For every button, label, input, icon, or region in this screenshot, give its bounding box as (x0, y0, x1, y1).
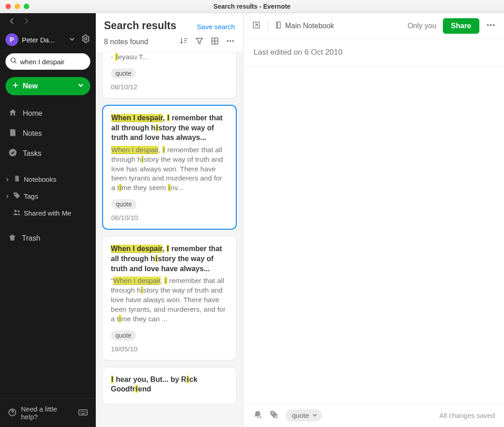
home-icon (8, 108, 17, 119)
notebook-name: Main Notebook (285, 22, 334, 30)
sidebar-item-label: Home (23, 109, 42, 118)
sidebar-item-label: Trash (22, 234, 40, 242)
notes-found-label: 8 notes found (104, 38, 148, 46)
footer-tag-label: quote (292, 412, 309, 419)
new-button-label: New (23, 82, 38, 90)
notebook-chip[interactable]: Main Notebook (274, 21, 334, 31)
svg-point-13 (487, 24, 489, 26)
filter-icon[interactable] (195, 36, 204, 47)
more-icon[interactable] (226, 36, 235, 47)
svg-rect-7 (79, 410, 87, 415)
card-snippet: - Ieyasu T... (111, 52, 228, 62)
traffic-lights (0, 4, 29, 9)
results-list[interactable]: - Ieyasu T... quote 08/10/12 When I desp… (96, 52, 243, 427)
sidebar-item-label: Tasks (23, 149, 42, 158)
card-date: 08/10/12 (111, 83, 228, 91)
sidebar-item-trash[interactable]: Trash (0, 229, 96, 248)
search-input-pill[interactable]: ✕ (5, 53, 90, 70)
last-edited-label: Last edited on 6 Oct 2010 (244, 39, 504, 67)
shared-icon (13, 208, 21, 218)
result-card-selected[interactable]: When I despair, I remember that all thro… (102, 105, 237, 230)
card-tag[interactable]: quote (111, 68, 136, 78)
nav-forward-button[interactable] (24, 17, 29, 26)
new-button[interactable]: New (5, 77, 90, 95)
results-column: Search results Save search 8 notes found (96, 13, 244, 427)
card-tag[interactable]: quote (111, 330, 136, 340)
sidebar-item-home[interactable]: Home (0, 103, 96, 123)
notebooks-icon (13, 175, 21, 184)
svg-point-17 (272, 412, 273, 413)
user-row[interactable]: P Peter Da... (0, 31, 96, 51)
close-window-button[interactable] (5, 4, 11, 9)
svg-point-5 (18, 211, 20, 213)
sort-icon[interactable] (179, 36, 188, 47)
chevron-right-icon (5, 194, 10, 199)
notebook-icon (274, 21, 282, 31)
avatar: P (5, 33, 18, 46)
new-button-chevron-icon (78, 82, 84, 90)
share-button[interactable]: Share (443, 18, 479, 34)
help-row[interactable]: Need a little help? (0, 398, 96, 427)
settings-icon[interactable] (81, 34, 90, 45)
note-pane: Main Notebook Only you Share Last edited… (244, 13, 504, 427)
only-you-label[interactable]: Only you (407, 22, 436, 30)
keyboard-icon[interactable] (78, 409, 88, 417)
sidebar-item-tasks[interactable]: Tasks (0, 144, 96, 164)
sidebar-section-shared[interactable]: Shared with Me (0, 205, 96, 221)
user-name: Peter Da... (22, 36, 66, 44)
sidebar-item-label: Notes (23, 129, 42, 138)
note-more-icon[interactable] (486, 20, 496, 32)
save-status: All changes saved (439, 412, 495, 419)
maximize-window-button[interactable] (24, 4, 29, 9)
svg-point-14 (490, 24, 492, 26)
card-date: 06/10/10 (111, 214, 228, 221)
tasks-icon (8, 148, 17, 159)
card-title: When I despair, I remember that all thro… (111, 244, 228, 273)
results-header: Search results Save search 8 notes found (96, 13, 243, 52)
search-icon (10, 57, 17, 66)
results-title: Search results (104, 20, 177, 32)
sidebar-section-tags[interactable]: Tags (0, 188, 96, 205)
chevron-down-icon (312, 412, 317, 419)
nav-back-button[interactable] (9, 17, 15, 26)
svg-point-10 (230, 41, 231, 42)
svg-point-0 (85, 38, 87, 40)
sidebar-section-label: Tags (24, 192, 38, 200)
help-label: Need a little help? (21, 405, 74, 421)
card-snippet: When I despair, I remember that all thro… (111, 145, 228, 193)
help-icon (8, 408, 16, 418)
note-body[interactable] (244, 67, 504, 403)
nav-arrows (0, 13, 96, 31)
card-title: When I despair, I remember that all thro… (111, 113, 228, 143)
sidebar-item-notes[interactable]: Notes (0, 123, 96, 144)
save-search-link[interactable]: Save search (197, 23, 235, 31)
footer-tag-chip[interactable]: quote (286, 409, 322, 422)
svg-point-3 (15, 194, 16, 195)
add-reminder-icon[interactable] (253, 410, 263, 422)
sidebar-section-notebooks[interactable]: Notebooks (0, 171, 96, 188)
divider (267, 20, 268, 32)
result-card[interactable]: - Ieyasu T... quote 08/10/12 (102, 52, 237, 98)
card-date: 19/05/10 (111, 345, 228, 353)
svg-point-11 (232, 41, 234, 42)
plus-icon (12, 82, 19, 91)
sidebar: P Peter Da... ✕ New (0, 13, 96, 427)
view-icon[interactable] (210, 36, 219, 47)
window-title: Search results - Evernote (0, 3, 504, 10)
titlebar: Search results - Evernote (0, 0, 504, 13)
result-card[interactable]: When I despair, I remember that all thro… (102, 236, 237, 360)
add-tag-icon[interactable] (269, 410, 279, 422)
minimize-window-button[interactable] (15, 4, 20, 9)
card-title: I hear you, But... by Rick Goodfriend (111, 375, 228, 394)
search-input[interactable] (20, 58, 107, 66)
user-menu-chevron-icon (69, 36, 75, 44)
svg-point-15 (493, 24, 495, 26)
tag-icon (13, 191, 21, 201)
sidebar-section-label: Notebooks (24, 175, 57, 183)
result-card[interactable]: I hear you, But... by Rick Goodfriend (102, 367, 237, 405)
chevron-right-icon (5, 177, 10, 182)
svg-point-4 (14, 210, 16, 212)
note-footer: quote All changes saved (244, 403, 504, 427)
expand-icon[interactable] (252, 21, 261, 31)
card-tag[interactable]: quote (111, 199, 136, 209)
